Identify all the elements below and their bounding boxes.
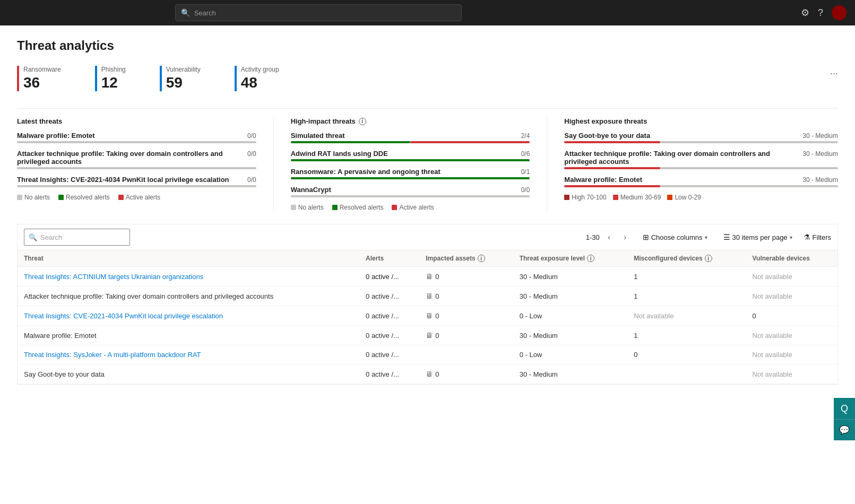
legend-resolved-alerts: Resolved alerts	[58, 194, 110, 201]
latest-threats-title: Latest threats	[17, 117, 256, 125]
stat-phishing-value: 12	[101, 74, 126, 91]
col-vulnerable[interactable]: Vulnerable devices	[746, 250, 837, 267]
cell-misconfigured-6	[627, 364, 746, 384]
high-impact-item-2: Adwind RAT lands using DDE 0/6	[291, 150, 530, 161]
cell-vulnerable-3: 0	[746, 306, 837, 326]
cell-threat-1[interactable]: Threat Insights: ACTINIUM targets Ukrain…	[18, 267, 359, 286]
floating-message-button[interactable]: 💬	[834, 419, 855, 440]
more-options-button[interactable]: ...	[830, 66, 838, 77]
cell-exposure-4: 30 - Medium	[513, 326, 628, 345]
stat-vulnerability-label: Vulnerability	[166, 66, 201, 73]
latest-threat-name-2: Attacker technique profile: Taking over …	[17, 150, 247, 166]
cell-alerts-5: 0 active /...	[359, 345, 419, 364]
legend-dot-red-hi	[392, 205, 397, 210]
cell-alerts-2: 0 active /...	[359, 286, 419, 306]
legend-no-alerts: No alerts	[17, 194, 50, 201]
stat-vulnerability: Vulnerability 59	[160, 66, 218, 91]
filters-button[interactable]: ⚗ Filters	[804, 233, 831, 241]
misconfigured-info-icon[interactable]: i	[705, 255, 712, 262]
high-impact-item-1: Simulated threat 2/4	[291, 132, 530, 143]
legend-dot-gray	[17, 195, 22, 200]
legend-dot-darkred	[564, 195, 569, 200]
settings-icon[interactable]: ⚙	[801, 7, 809, 19]
exposure-item-1: Say Goot-bye to your data 30 - Medium	[564, 132, 838, 143]
high-impact-bar-2	[291, 159, 530, 161]
highest-exposure-title: Highest exposure threats	[564, 117, 838, 125]
latest-threat-name-1: Malware profile: Emotet	[17, 132, 247, 140]
high-impact-item-3: Ransomware: A pervasive and ongoing thre…	[291, 168, 530, 179]
legend-dot-green-hi	[332, 205, 338, 210]
exposure-info-icon[interactable]: i	[587, 255, 594, 262]
latest-threat-bar-3	[17, 185, 256, 187]
col-threat[interactable]: Threat	[18, 250, 359, 267]
pagination-prev-button[interactable]: ‹	[603, 231, 616, 244]
device-icon-1: 🖥	[426, 272, 433, 281]
high-impact-name-1: Simulated threat	[291, 132, 521, 140]
message-icon: 💬	[839, 425, 850, 435]
legend-dot-green	[58, 195, 64, 200]
main-content: Threat analytics Ransomware 36 Phishing …	[0, 25, 855, 504]
latest-threat-name-3: Threat Insights: CVE-2021-4034 PwnKit lo…	[17, 176, 247, 184]
items-per-page-chevron: ▾	[790, 234, 792, 240]
search-icon: 🔍	[181, 8, 190, 17]
cell-impacted-2: 🖥 0	[419, 286, 513, 306]
help-icon[interactable]: ?	[818, 7, 823, 19]
table-search-bar[interactable]: 🔍	[24, 229, 130, 246]
avatar[interactable]	[832, 5, 847, 20]
cell-threat-6: Say Goot-bye to your data	[18, 364, 359, 384]
highest-exposure-section: Highest exposure threats Say Goot-bye to…	[564, 117, 838, 211]
high-impact-score-4: 0/0	[521, 186, 530, 194]
stat-activity-value: 48	[241, 74, 279, 91]
table-section: 🔍 1-30 ‹ › ⊞ Choose columns ▾ ☰ 30 items…	[17, 224, 838, 385]
exposure-score-2: 30 - Medium	[802, 150, 838, 158]
col-impacted[interactable]: Impacted assets i	[419, 250, 513, 267]
col-alerts[interactable]: Alerts	[359, 250, 419, 267]
cell-misconfigured-1: 1	[627, 267, 746, 286]
table-wrapper: Threat Alerts Impacted assets i	[18, 250, 837, 384]
cell-misconfigured-2: 1	[627, 286, 746, 306]
table-header: Threat Alerts Impacted assets i	[18, 250, 837, 267]
stat-activity-group: Activity group 48	[235, 66, 296, 91]
cell-vulnerable-6: Not available	[746, 364, 837, 384]
latest-threats-section: Latest threats Malware profile: Emotet 0…	[17, 117, 274, 211]
exposure-score-1: 30 - Medium	[802, 132, 838, 140]
floating-chat-button[interactable]: Q	[834, 398, 855, 419]
legend-active-alerts: Active alerts	[118, 194, 160, 201]
col-exposure[interactable]: Threat exposure level i	[513, 250, 628, 267]
cell-alerts-3: 0 active /...	[359, 306, 419, 326]
stat-activity-label: Activity group	[241, 66, 279, 73]
table-search-input[interactable]	[40, 233, 104, 241]
filter-icon: ⚗	[804, 233, 810, 241]
stat-vulnerability-value: 59	[166, 74, 201, 91]
stat-ransomware: Ransomware 36	[17, 66, 78, 91]
pagination-next-button[interactable]: ›	[619, 231, 632, 244]
exposure-legend-low: Low 0-29	[667, 194, 701, 201]
cell-threat-3[interactable]: Threat Insights: CVE-2021-4034 PwnKit lo…	[18, 306, 359, 326]
impacted-info-icon[interactable]: i	[478, 255, 485, 262]
choose-columns-button[interactable]: ⊞ Choose columns ▾	[638, 230, 712, 244]
table-row: Say Goot-bye to your data 0 active /... …	[18, 364, 837, 384]
col-misconfigured[interactable]: Misconfigured devices i	[627, 250, 746, 267]
exposure-bar-2	[564, 167, 838, 169]
high-impact-info-icon[interactable]: i	[359, 118, 366, 125]
table-row: Malware profile: Emotet 0 active /... 🖥 …	[18, 326, 837, 345]
page-title: Threat analytics	[17, 38, 838, 53]
exposure-name-1: Say Goot-bye to your data	[564, 132, 802, 140]
topbar-search-input[interactable]	[194, 9, 456, 17]
cell-threat-5[interactable]: Threat Insights: SysJoker - A multi-plat…	[18, 345, 359, 364]
items-per-page-button[interactable]: ☰ 30 items per page ▾	[719, 230, 797, 244]
latest-threat-score-2: 0/0	[247, 150, 256, 158]
cell-alerts-6: 0 active /...	[359, 364, 419, 384]
latest-threat-item-3: Threat Insights: CVE-2021-4034 PwnKit lo…	[17, 176, 256, 187]
topbar-search-bar[interactable]: 🔍	[175, 4, 462, 21]
table-body: Threat Insights: ACTINIUM targets Ukrain…	[18, 267, 837, 384]
cell-impacted-5	[419, 345, 513, 364]
cell-exposure-2: 30 - Medium	[513, 286, 628, 306]
high-impact-score-2: 0/6	[521, 150, 530, 158]
exposure-score-3: 30 - Medium	[802, 176, 838, 184]
data-table: Threat Alerts Impacted assets i	[18, 250, 837, 384]
cell-threat-2: Attacker technique profile: Taking over …	[18, 286, 359, 306]
high-impact-legend-resolved: Resolved alerts	[332, 204, 384, 211]
legend-dot-red	[118, 195, 124, 200]
cell-alerts-4: 0 active /...	[359, 326, 419, 345]
